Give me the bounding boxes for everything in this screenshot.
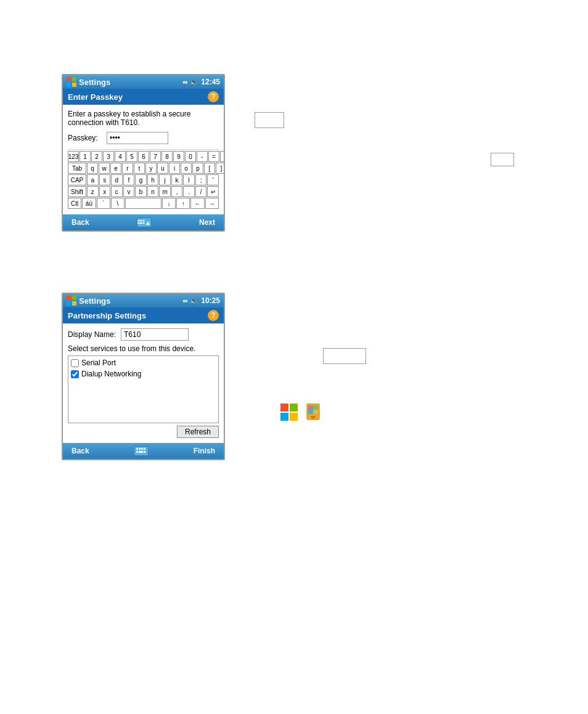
small-rect-1 bbox=[255, 112, 284, 128]
key-u[interactable]: u bbox=[157, 163, 168, 174]
key-t[interactable]: t bbox=[134, 163, 145, 174]
key-period[interactable]: . bbox=[183, 186, 195, 197]
svg-point-29 bbox=[312, 417, 314, 419]
key-7[interactable]: 7 bbox=[150, 151, 161, 162]
keyboard-icon bbox=[137, 219, 145, 225]
key-lbracket[interactable]: [ bbox=[204, 163, 215, 174]
key-up[interactable]: ↑ bbox=[176, 198, 190, 209]
key-2[interactable]: 2 bbox=[91, 151, 102, 162]
key-d[interactable]: d bbox=[111, 174, 123, 185]
key-space[interactable] bbox=[125, 198, 161, 209]
screen2-partnership: Settings ⇔ 🔈 10:25 Partnership Settings … bbox=[62, 293, 225, 460]
screen2-service-dialup: Dialup Networking bbox=[71, 370, 216, 378]
svg-rect-5 bbox=[139, 220, 141, 221]
svg-rect-33 bbox=[313, 410, 318, 414]
svg-rect-11 bbox=[67, 296, 71, 300]
key-m[interactable]: m bbox=[159, 186, 171, 197]
key-i[interactable]: i bbox=[169, 163, 180, 174]
screen1-time: 12:45 bbox=[201, 78, 220, 86]
key-b[interactable]: b bbox=[135, 186, 147, 197]
key-0[interactable]: 0 bbox=[185, 151, 196, 162]
key-auu[interactable]: áü bbox=[82, 198, 96, 209]
device-icon bbox=[305, 404, 321, 421]
desktop-icon-device[interactable] bbox=[305, 404, 321, 421]
key-ctl[interactable]: Ctl bbox=[68, 198, 81, 209]
svg-rect-15 bbox=[136, 448, 138, 450]
key-8[interactable]: 8 bbox=[161, 151, 173, 162]
screen1-passkey-input[interactable] bbox=[107, 132, 168, 144]
key-l[interactable]: l bbox=[183, 174, 195, 185]
key-q[interactable]: q bbox=[87, 163, 98, 174]
key-e[interactable]: e bbox=[110, 163, 121, 174]
screen2-keyboard-toggle-icon[interactable] bbox=[134, 446, 149, 456]
key-left[interactable]: ← bbox=[190, 198, 204, 209]
key-cap[interactable]: CAP bbox=[68, 174, 86, 185]
screen2-displayname-label: Display Name: bbox=[68, 330, 117, 339]
screen1-next-button[interactable]: Next bbox=[195, 217, 219, 228]
key-r[interactable]: r bbox=[122, 163, 133, 174]
key-semicolon[interactable]: ; bbox=[195, 174, 207, 185]
screen2-help-icon[interactable]: ? bbox=[208, 310, 219, 321]
key-p[interactable]: p bbox=[192, 163, 203, 174]
svg-rect-4 bbox=[137, 220, 139, 221]
svg-rect-3 bbox=[72, 83, 76, 87]
key-shift[interactable]: Shift bbox=[68, 186, 86, 197]
key-o[interactable]: o bbox=[181, 163, 192, 174]
screen2-displayname-input[interactable] bbox=[121, 328, 189, 341]
key-a[interactable]: a bbox=[87, 174, 99, 185]
key-9[interactable]: 9 bbox=[173, 151, 184, 162]
screen2-refresh-button[interactable]: Refresh bbox=[177, 426, 219, 438]
key-rbracket[interactable]: ] bbox=[216, 163, 225, 174]
screen1-keyboard-toggle-icon[interactable]: ▲ bbox=[137, 217, 152, 227]
key-minus[interactable]: - bbox=[197, 151, 208, 162]
key-3[interactable]: 3 bbox=[103, 151, 114, 162]
key-slash[interactable]: / bbox=[195, 186, 207, 197]
key-123[interactable]: 123 bbox=[68, 151, 79, 162]
screen2-serialport-checkbox[interactable] bbox=[71, 359, 79, 367]
key-backtick[interactable]: ` bbox=[97, 198, 110, 209]
svg-rect-7 bbox=[143, 220, 144, 221]
key-j[interactable]: j bbox=[159, 174, 171, 185]
key-w[interactable]: w bbox=[99, 163, 110, 174]
desktop-icon-windows[interactable] bbox=[280, 404, 298, 421]
key-n[interactable]: n bbox=[147, 186, 159, 197]
key-tab[interactable]: Tab bbox=[68, 163, 86, 174]
key-equals[interactable]: = bbox=[208, 151, 219, 162]
key-z[interactable]: z bbox=[87, 186, 99, 197]
key-enter[interactable]: ↵ bbox=[207, 186, 219, 197]
screen2-title: Settings bbox=[79, 296, 110, 306]
screen2-signal-icon: ⇔ bbox=[182, 298, 187, 304]
key-f[interactable]: f bbox=[123, 174, 135, 185]
key-5[interactable]: 5 bbox=[126, 151, 137, 162]
screen2-finish-button[interactable]: Finish bbox=[190, 445, 219, 456]
key-quote[interactable]: ' bbox=[207, 174, 219, 185]
key-comma[interactable]: , bbox=[171, 186, 183, 197]
key-1[interactable]: 1 bbox=[80, 151, 91, 162]
key-v[interactable]: v bbox=[123, 186, 135, 197]
key-backspace[interactable]: ← bbox=[220, 151, 225, 162]
key-right[interactable]: → bbox=[205, 198, 219, 209]
key-g[interactable]: g bbox=[135, 174, 147, 185]
screen2-services-label: Select services to use from this device. bbox=[68, 344, 219, 353]
key-h[interactable]: h bbox=[147, 174, 159, 185]
key-4[interactable]: 4 bbox=[115, 151, 126, 162]
svg-rect-31 bbox=[313, 405, 318, 410]
screen1-help-icon[interactable]: ? bbox=[208, 91, 219, 102]
key-6[interactable]: 6 bbox=[138, 151, 149, 162]
key-backslash[interactable]: \ bbox=[111, 198, 125, 209]
key-k[interactable]: k bbox=[171, 174, 183, 185]
screen2-serialport-label: Serial Port bbox=[81, 359, 116, 367]
key-x[interactable]: x bbox=[99, 186, 111, 197]
small-rect-3 bbox=[323, 348, 366, 364]
screen2-dialup-checkbox[interactable] bbox=[71, 370, 79, 378]
svg-rect-14 bbox=[72, 301, 76, 306]
screen2-back-button[interactable]: Back bbox=[68, 445, 93, 456]
key-c[interactable]: c bbox=[111, 186, 123, 197]
screen2-dialup-label: Dialup Networking bbox=[81, 370, 141, 378]
svg-rect-13 bbox=[67, 301, 71, 306]
key-down[interactable]: ↓ bbox=[162, 198, 176, 209]
screen1-back-button[interactable]: Back bbox=[68, 217, 93, 228]
key-s[interactable]: s bbox=[99, 174, 111, 185]
key-y[interactable]: y bbox=[145, 163, 157, 174]
screen1-volume-icon: 🔈 bbox=[190, 78, 198, 86]
